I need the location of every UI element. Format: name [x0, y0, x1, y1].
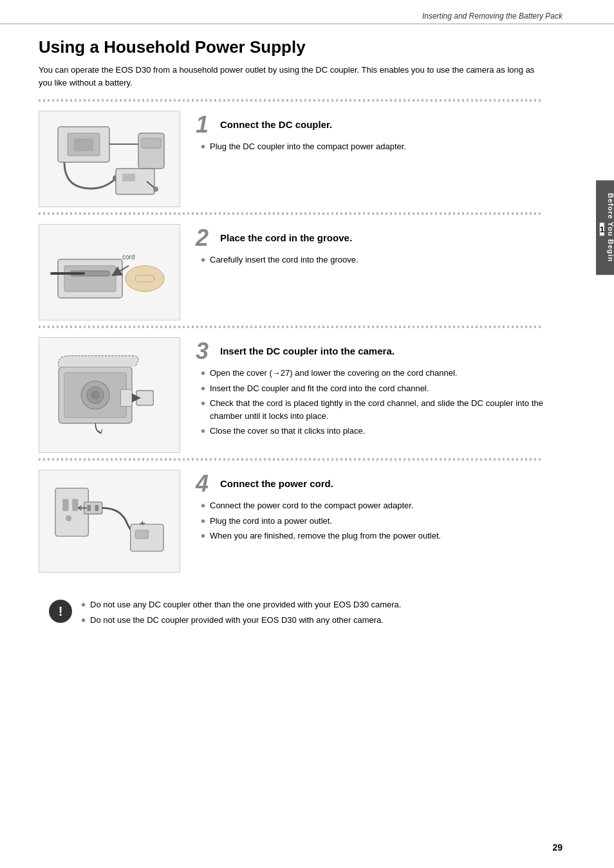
step-3-bullets: Open the cover (→27) and lower the cover… — [201, 367, 543, 438]
step-4: 4 Connect the power cord. Connect the po… — [39, 465, 543, 573]
step-1-image — [39, 111, 180, 207]
svg-text:cord: cord — [122, 254, 135, 261]
svg-rect-25 — [62, 499, 68, 511]
step-4-header: 4 Connect the power cord. — [196, 472, 543, 495]
side-tab-number: 1 — [600, 223, 604, 236]
divider-3 — [39, 458, 543, 461]
svg-rect-24 — [55, 488, 88, 537]
step-2-content: 2 Place the cord in the groove. Carefull… — [196, 224, 543, 269]
step-1-bullets: Plug the DC coupler into the compact pow… — [201, 140, 543, 153]
svg-rect-32 — [135, 530, 149, 539]
warning-1: Do not use the DC coupler provided with … — [81, 614, 533, 627]
svg-rect-29 — [87, 505, 91, 511]
svg-point-27 — [66, 515, 71, 521]
step-4-bullet-0: Connect the power cord to the compact po… — [201, 499, 543, 512]
step-3-bullet-2: Check that the cord is placed tightly in… — [201, 397, 543, 422]
svg-rect-26 — [72, 499, 78, 511]
warning-text: Do not use any DC coupler other than the… — [81, 598, 533, 629]
page-header: Inserting and Removing the Battery Pack — [0, 0, 614, 24]
svg-rect-8 — [122, 174, 135, 181]
step-1: 1 Connect the DC coupler. Plug the DC co… — [39, 106, 543, 207]
svg-point-10 — [153, 187, 158, 192]
main-content: Using a Household Power Supply You can o… — [0, 24, 595, 662]
svg-rect-16 — [135, 275, 154, 282]
divider-0 — [39, 99, 543, 102]
step-3: 3 Insert the DC coupler into the camera.… — [39, 332, 543, 453]
svg-rect-30 — [95, 505, 99, 511]
svg-rect-12 — [64, 266, 116, 291]
step-4-bullets: Connect the power cord to the compact po… — [201, 499, 543, 542]
step-4-content: 4 Connect the power cord. Connect the po… — [196, 470, 543, 545]
page-number: 29 — [552, 842, 563, 853]
step-3-bullet-3: Close the cover so that it clicks into p… — [201, 425, 543, 438]
step-4-bullet-1: Plug the cord into a power outlet. — [201, 515, 543, 528]
warning-box: ! Do not use any DC coupler other than t… — [39, 591, 543, 636]
warning-0: Do not use any DC coupler other than the… — [81, 598, 533, 611]
step-4-title: Connect the power cord. — [220, 472, 333, 490]
svg-rect-5 — [142, 138, 161, 148]
step-4-number: 4 — [196, 472, 215, 495]
step-3-header: 3 Insert the DC coupler into the camera. — [196, 340, 543, 363]
svg-rect-22 — [121, 389, 133, 406]
header-text: Inserting and Removing the Battery Pack — [422, 12, 563, 21]
svg-point-21 — [91, 391, 100, 400]
step-2-number: 2 — [196, 226, 215, 250]
step-4-bullet-2: When you are finished, remove the plug f… — [201, 530, 543, 542]
step-2-header: 2 Place the cord in the groove. — [196, 226, 543, 250]
step-2-image: cord — [39, 224, 180, 320]
page-container: Inserting and Removing the Battery Pack … — [0, 0, 614, 868]
step-1-title: Connect the DC coupler. — [220, 113, 332, 131]
warning-icon: ! — [49, 600, 72, 623]
step-1-header: 1 Connect the DC coupler. — [196, 113, 543, 136]
step-3-bullet-0: Open the cover (→27) and lower the cover… — [201, 367, 543, 380]
step-2-bullet-0: Carefully insert the cord into the groov… — [201, 254, 543, 266]
step-4-image — [39, 470, 180, 573]
step-3-number: 3 — [196, 340, 215, 363]
step-3-bullet-1: Insert the DC coupler and fit the cord i… — [201, 382, 543, 395]
side-tab: 1 Before You Begin — [596, 180, 614, 275]
step-3-title: Insert the DC coupler into the camera. — [220, 340, 395, 358]
step-3-content: 3 Insert the DC coupler into the camera.… — [196, 337, 543, 440]
step-3-image — [39, 337, 180, 453]
svg-rect-23 — [136, 391, 153, 405]
divider-1 — [39, 212, 543, 215]
intro-text: You can operate the EOS D30 from a house… — [39, 64, 543, 89]
step-1-number: 1 — [196, 113, 215, 136]
svg-rect-2 — [74, 138, 93, 151]
step-2: cord 2 Place the cord in the groove. Car… — [39, 219, 543, 320]
step-2-title: Place the cord in the groove. — [220, 226, 352, 245]
svg-rect-28 — [84, 502, 102, 514]
svg-rect-7 — [116, 169, 154, 194]
divider-2 — [39, 326, 543, 328]
page-title: Using a Household Power Supply — [39, 37, 543, 57]
step-1-bullet-0: Plug the DC coupler into the compact pow… — [201, 140, 543, 153]
step-2-bullets: Carefully insert the cord into the groov… — [201, 254, 543, 266]
step-1-content: 1 Connect the DC coupler. Plug the DC co… — [196, 111, 543, 156]
side-tab-text: Before You Begin — [607, 193, 614, 262]
